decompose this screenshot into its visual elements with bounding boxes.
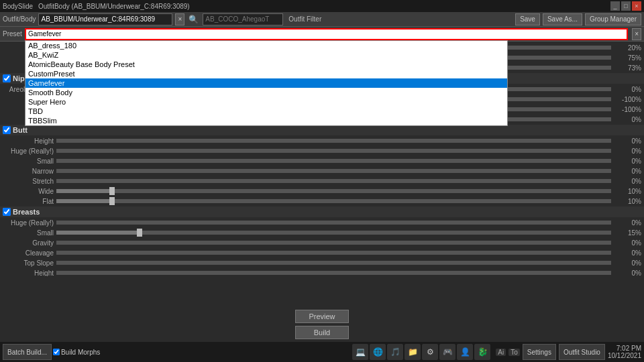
- butt-checkbox[interactable]: [3, 126, 11, 134]
- butt-height-track[interactable]: [56, 139, 611, 143]
- breasts-title: Breasts: [13, 208, 40, 216]
- butt-stretch-track[interactable]: [56, 179, 611, 183]
- butt-stretch-row: Stretch 0%: [0, 176, 644, 186]
- taskbar-time-footer: 7:02 PM 10/12/2021: [608, 345, 641, 359]
- preset-option-1[interactable]: AB_KwiZ: [25, 50, 507, 60]
- breasts-gravity-row: Gravity 0%: [0, 238, 644, 247]
- search-input[interactable]: [203, 13, 283, 25]
- breasts-huge-value: 0%: [611, 219, 641, 227]
- butt-stretch-value: 0%: [611, 178, 641, 185]
- settings-footer-button[interactable]: Settings: [523, 344, 556, 360]
- breasts-small-value: 15%: [611, 229, 641, 237]
- breasts-height-track[interactable]: [56, 271, 611, 275]
- window-subtitle: OutfitBody (AB_BBUM/Underwear_C:84R69:30…: [38, 3, 610, 10]
- batch-build-footer-button[interactable]: Batch Build...: [3, 344, 52, 360]
- nipples-small-value: -100%: [611, 106, 641, 113]
- maximize-button[interactable]: □: [621, 1, 631, 11]
- close-button[interactable]: ×: [632, 1, 641, 11]
- preset-option-8[interactable]: TBBSlim: [25, 116, 507, 125]
- breasts-checkbox[interactable]: [3, 208, 11, 216]
- butt-title: Butt: [13, 126, 28, 134]
- preset-label: Preset: [3, 30, 22, 38]
- butt-small-row: Small 0%: [0, 156, 644, 166]
- save-as-button[interactable]: Save As...: [543, 13, 582, 25]
- outfit-body-input[interactable]: [38, 13, 172, 25]
- breasts-small-label: Small: [3, 229, 56, 237]
- app-title: BodySlide: [3, 3, 33, 10]
- outfit-body-clear-button[interactable]: ×: [175, 13, 184, 25]
- breasts-topslope-value: 0%: [611, 259, 641, 267]
- breasts-height-value: 0%: [611, 269, 641, 277]
- butt-narrow-row: Narrow 0%: [0, 166, 644, 176]
- breasts-huge-track[interactable]: [56, 221, 611, 225]
- ai-badge: Ai: [496, 349, 506, 356]
- butt-wide-row: Wide 10%: [0, 186, 644, 196]
- preset-option-2[interactable]: AtomicBeauty Base Body Preset: [25, 60, 507, 69]
- preset-option-5[interactable]: Smooth Body: [25, 88, 507, 97]
- butt-narrow-label: Narrow: [3, 168, 56, 175]
- butt-flat-track[interactable]: [56, 199, 611, 203]
- group-manager-button[interactable]: Group Manager: [585, 13, 641, 25]
- areola-smooth-value: 0%: [611, 86, 641, 93]
- row75-value: 75%: [611, 54, 641, 62]
- breasts-small-row: Small 15%: [0, 228, 644, 237]
- butt-wide-track[interactable]: [56, 189, 611, 193]
- date-display: 10/12/2021: [608, 352, 641, 359]
- breasts-section-header: Breasts: [0, 206, 644, 217]
- butt-flat-row: Flat 10%: [0, 196, 644, 206]
- save-button[interactable]: Save: [515, 13, 540, 25]
- preset-clear-button[interactable]: ×: [632, 28, 641, 40]
- time-display: 7:02 PM: [608, 345, 641, 352]
- nipples-checkbox[interactable]: [3, 74, 11, 82]
- outfit-body-label: Outfit/Body: [3, 15, 36, 23]
- breasts-topslope-row: Top Slope 0%: [0, 258, 644, 267]
- system-icon-7[interactable]: 👤: [457, 344, 473, 360]
- breasts-small-track[interactable]: [56, 231, 611, 235]
- system-icon-8[interactable]: 🐉: [474, 344, 490, 360]
- breasts-topslope-label: Top Slope: [3, 259, 56, 267]
- butt-section-header: Butt: [0, 125, 644, 135]
- preset-option-6[interactable]: Super Hero: [25, 97, 507, 107]
- preset-dropdown-list[interactable]: AB_dress_180 AB_KwiZ AtomicBeauty Base B…: [25, 40, 508, 126]
- butt-small-value: 0%: [611, 158, 641, 165]
- breasts-height-label: Height: [3, 269, 56, 277]
- breasts-gravity-track[interactable]: [56, 241, 611, 245]
- nipples-large-value: -100%: [611, 96, 641, 103]
- breasts-cleavage-track[interactable]: [56, 251, 611, 255]
- butt-huge-row: Huge (Really!) 0%: [0, 146, 644, 156]
- outfit-body-toolbar: Outfit/Body × 🔍 Outfit Filter Save Save …: [0, 12, 644, 27]
- butt-small-track[interactable]: [56, 159, 611, 163]
- preset-input[interactable]: [25, 28, 628, 40]
- system-icon-5[interactable]: ⚙: [422, 344, 438, 360]
- preset-option-3[interactable]: CustomPreset: [25, 69, 507, 78]
- outfit-studio-footer-button[interactable]: Outfit Studio: [559, 344, 605, 360]
- system-icon-4[interactable]: 📁: [405, 344, 421, 360]
- preset-option-4[interactable]: Gamefever: [25, 78, 507, 88]
- butt-flat-value: 10%: [611, 198, 641, 205]
- title-bar: BodySlide OutfitBody (AB_BBUM/Underwear_…: [0, 0, 644, 12]
- butt-stretch-label: Stretch: [3, 178, 56, 185]
- butt-wide-value: 10%: [611, 188, 641, 195]
- butt-narrow-track[interactable]: [56, 169, 611, 173]
- butt-wide-label: Wide: [3, 188, 56, 195]
- preset-option-7[interactable]: TBD: [25, 107, 507, 116]
- system-icon-2[interactable]: 🌐: [370, 344, 386, 360]
- breasts-cleavage-row: Cleavage 0%: [0, 248, 644, 257]
- bottom-action-row: Preview Build: [0, 308, 644, 341]
- breasts-cleavage-value: 0%: [611, 249, 641, 257]
- preset-dropdown-container: AB_dress_180 AB_KwiZ AtomicBeauty Base B…: [25, 28, 628, 40]
- system-icon-6[interactable]: 🎮: [439, 344, 455, 360]
- minimize-button[interactable]: _: [610, 1, 620, 11]
- preview-button[interactable]: Preview: [295, 310, 349, 323]
- preset-option-0[interactable]: AB_dress_180: [25, 41, 507, 50]
- breasts-gravity-label: Gravity: [3, 239, 56, 247]
- build-button[interactable]: Build: [295, 326, 349, 339]
- window-controls: _ □ ×: [610, 1, 641, 11]
- breasts-topslope-track[interactable]: [56, 261, 611, 265]
- preset-row: Preset AB_dress_180 AB_KwiZ AtomicBeauty…: [0, 27, 644, 42]
- butt-huge-track[interactable]: [56, 149, 611, 153]
- system-icon-3[interactable]: 🎵: [387, 344, 403, 360]
- system-icon-1[interactable]: 💻: [352, 344, 368, 360]
- search-icon: 🔍: [187, 15, 200, 24]
- build-morphs-footer-checkbox[interactable]: [53, 349, 60, 355]
